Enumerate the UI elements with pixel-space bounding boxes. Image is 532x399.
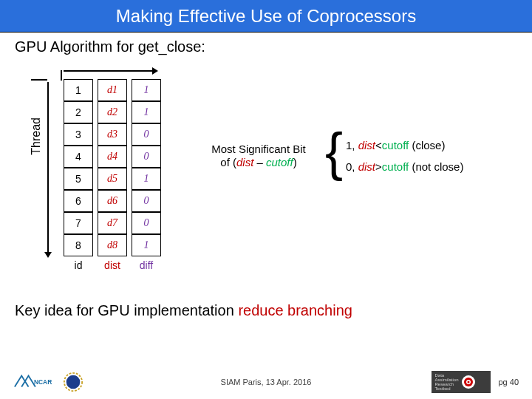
footer: NCAR SIAM Paris, 13 Apr. 2016 Data Assim…: [0, 371, 532, 393]
cell-diff: 0: [132, 212, 161, 234]
data-table: 1d112d213d304d405d516d607d708d81 id dist…: [64, 79, 161, 271]
table-header-row: id dist diff: [64, 259, 161, 271]
cell-dist: d8: [98, 234, 127, 256]
cell-id: 5: [64, 168, 93, 190]
header-id: id: [64, 259, 93, 271]
diagram-area: Thread 1d112d213d304d405d516d607d708d81 …: [0, 61, 532, 298]
cell-diff: 1: [132, 234, 161, 256]
cell-diff: 1: [132, 79, 161, 101]
table-row: 4d40: [64, 146, 161, 168]
table-row: 5d51: [64, 168, 161, 190]
header-dist: dist: [98, 259, 127, 271]
cell-dist: d1: [98, 79, 127, 101]
slide-title-bar: Making Effective Use of Coprocessors: [0, 0, 532, 33]
cell-diff: 1: [132, 101, 161, 123]
cell-diff: 0: [132, 190, 161, 212]
cell-id: 1: [64, 79, 93, 101]
cell-dist: d4: [98, 146, 127, 168]
table-row: 8d81: [64, 234, 161, 256]
cell-diff: 0: [132, 146, 161, 168]
cell-diff: 0: [132, 123, 161, 146]
msb-explanation: Most Significant Bit of (dist – cutoff): [207, 143, 310, 169]
table-row: 2d21: [64, 101, 161, 123]
cell-id: 4: [64, 146, 93, 168]
nsf-logo-icon: [62, 372, 84, 392]
cell-dist: d7: [98, 212, 127, 234]
footer-logos: NCAR: [13, 372, 84, 392]
svg-point-1: [66, 375, 81, 389]
cell-id: 7: [64, 212, 93, 234]
header-diff: diff: [132, 259, 161, 271]
cell-diff: 1: [132, 168, 161, 190]
ncar-logo-icon: NCAR: [13, 372, 55, 392]
cell-dist: d3: [98, 123, 127, 146]
legend-not-close: 0, dist>cutoff (not close): [346, 157, 463, 178]
svg-point-6: [468, 381, 470, 383]
legend: 1, dist<cutoff (close) 0, dist>cutoff (n…: [346, 135, 463, 177]
key-idea: Key idea for GPU implementation reduce b…: [0, 298, 532, 324]
thread-axis-label: Thread: [30, 117, 43, 155]
svg-text:NCAR: NCAR: [34, 378, 52, 386]
thread-arrow-right-icon: [64, 70, 152, 72]
cell-dist: d5: [98, 168, 127, 190]
cell-id: 3: [64, 123, 93, 146]
cell-id: 6: [64, 190, 93, 212]
cell-dist: d6: [98, 190, 127, 212]
cell-id: 2: [64, 101, 93, 123]
table-row: 7d70: [64, 212, 161, 234]
table-row: 6d60: [64, 190, 161, 212]
legend-close: 1, dist<cutoff (close): [346, 135, 463, 157]
thread-arrow-down-icon: [47, 82, 49, 252]
cell-dist: d2: [98, 101, 127, 123]
brace-icon: {: [325, 128, 343, 176]
cell-id: 8: [64, 234, 93, 256]
table-row: 1d11: [64, 79, 161, 101]
table-row: 3d30: [64, 123, 161, 146]
conference-label: SIAM Paris, 13 Apr. 2016: [221, 378, 312, 386]
slide-title: Making Effective Use of Coprocessors: [116, 6, 416, 27]
dart-logo-icon: Data Assimilation Research Testbed: [432, 371, 491, 393]
page-number: pg 40: [498, 378, 519, 386]
subtitle: GPU Algorithm for get_close:: [0, 33, 532, 61]
